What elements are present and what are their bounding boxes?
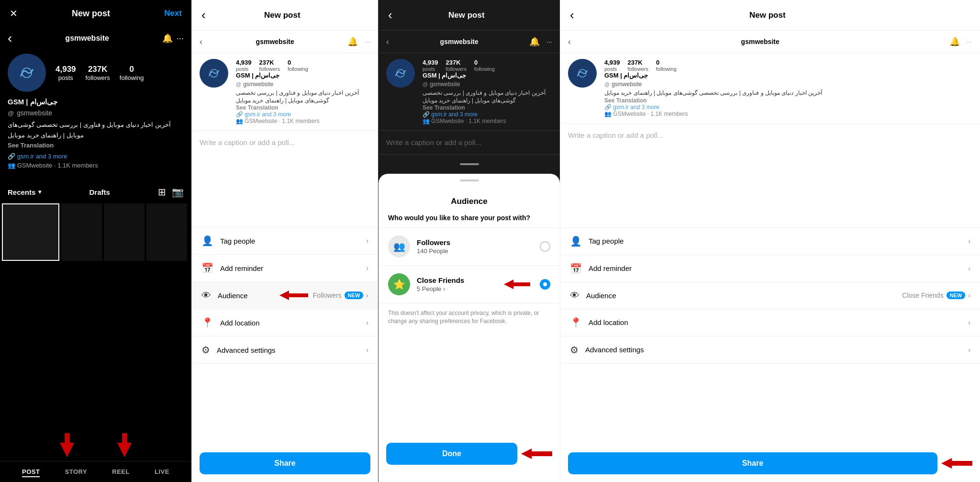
done-button-row: Done: [379, 443, 560, 472]
share-button-p2[interactable]: Share: [200, 452, 370, 474]
bell-icon-p4[interactable]: 🔔: [949, 36, 960, 47]
recents-dropdown[interactable]: Recents ▾: [8, 188, 41, 196]
audience-icon: 👁: [201, 290, 211, 301]
more-icon[interactable]: ···: [177, 34, 184, 44]
group-p1[interactable]: 👥 GSMwebsite · 1.1K members: [8, 162, 184, 169]
bell-icon-p2[interactable]: 🔔: [347, 36, 358, 47]
see-translation-p3[interactable]: See Translation: [423, 104, 552, 111]
svg-rect-3: [65, 433, 69, 445]
grid-icon[interactable]: ⊞: [158, 186, 166, 198]
chevron-reminder: ›: [366, 264, 368, 272]
close-friends-count: 5 People ›: [417, 285, 497, 292]
menu-add-reminder[interactable]: 📅 Add reminder ›: [192, 255, 378, 282]
menu-advanced[interactable]: ⚙ Advanced settings ›: [192, 336, 378, 364]
link-p4[interactable]: 🔗 gsm.ir and 3 more: [604, 104, 972, 111]
close-icon[interactable]: ✕: [10, 8, 18, 19]
panel-instagram-profile: ✕ New post Next ‹ gsmwebsite 🔔 ··· 4,939…: [0, 0, 191, 482]
gallery-thumb-2[interactable]: [104, 203, 145, 261]
followers-radio[interactable]: [540, 241, 550, 252]
close-friends-icon: ⭐: [388, 273, 410, 295]
more-icon-p2[interactable]: ···: [365, 38, 370, 45]
location-label: Add location: [220, 319, 260, 327]
gallery-thumb-3[interactable]: [146, 203, 187, 261]
tab-post[interactable]: POST: [22, 468, 40, 475]
displayname-p2: GSM | جی‌اس‌ام: [236, 72, 370, 79]
back-icon[interactable]: ‹: [8, 31, 12, 46]
link-p2[interactable]: 🔗 gsm.ir and 3 more: [236, 111, 370, 118]
caption-area-p3[interactable]: Write a caption or add a poll...: [379, 131, 560, 155]
panel3-profile-subheader: ‹ gsmwebsite 🔔 ···: [379, 31, 560, 53]
tab-reel[interactable]: REEL: [112, 468, 130, 475]
tag-people-icon-p4: 👤: [570, 235, 582, 247]
see-translation-p4[interactable]: See Translation: [604, 97, 972, 104]
panel2-header: ‹ New post: [192, 0, 378, 31]
audience-modal-title: Audience: [379, 189, 560, 214]
share-button-p4[interactable]: Share: [568, 452, 937, 474]
back-chevron-p4[interactable]: ‹: [568, 37, 571, 47]
profile-icons-p3: 🔔 ···: [529, 36, 552, 47]
audience-disclaimer: This doesn't affect your account privacy…: [379, 303, 560, 331]
back-icon-p3[interactable]: ‹: [388, 8, 392, 22]
panel-new-post-result: ‹ New post ‹ gsmwebsite 🔔 ···: [560, 0, 980, 482]
bell-icon-p3[interactable]: 🔔: [529, 36, 540, 47]
followers-icon: 👥: [388, 235, 410, 258]
back-chevron-p2[interactable]: ‹: [200, 37, 202, 47]
back-chevron-p3[interactable]: ‹: [386, 37, 389, 47]
audience-question: Who would you like to share your post wi…: [379, 214, 560, 228]
handle-p4: @ gsmwebsite: [604, 81, 972, 88]
menu-advanced-p4[interactable]: ⚙ Advanced settings ›: [560, 336, 980, 364]
location-icon-p4: 📍: [570, 317, 582, 328]
profile-username-p4: gsmwebsite: [741, 38, 780, 45]
group-p4[interactable]: 👥 GSMwebsite · 1.1K members: [604, 111, 972, 117]
menu-audience-p4[interactable]: 👁 Audience Close Friends NEW ›: [560, 282, 980, 309]
settings-icon-p4: ⚙: [570, 344, 579, 356]
group-p2[interactable]: 👥 GSMwebsite · 1.1K members: [236, 118, 370, 124]
back-icon-p2[interactable]: ‹: [201, 8, 206, 22]
handle-row-p1: @ gsmwebsite: [8, 109, 184, 117]
panel3-header: ‹ New post: [379, 0, 560, 31]
tag-people-icon: 👤: [201, 235, 213, 247]
done-button[interactable]: Done: [386, 443, 517, 465]
gallery-thumb-1[interactable]: [61, 203, 102, 261]
close-friends-option[interactable]: ⭐ Close Friends 5 People ›: [379, 266, 560, 303]
caption-area-p4[interactable]: Write a caption or add a poll...: [560, 123, 980, 228]
link-p3[interactable]: 🔗 gsm.ir and 3 more: [423, 111, 552, 118]
group-p3[interactable]: 👥 GSMwebsite · 1.1K members: [423, 118, 552, 124]
profile-stats-p3: 4,939 posts 237K followers 0 following: [423, 59, 552, 72]
followers-option[interactable]: 👥 Followers 140 People: [379, 228, 560, 266]
close-friends-name: Close Friends: [417, 276, 497, 284]
tab-live[interactable]: LIVE: [155, 468, 169, 475]
caption-area-p2[interactable]: Write a caption or add a poll...: [192, 131, 378, 227]
menu-tag-people[interactable]: 👤 Tag people ›: [192, 227, 378, 255]
menu-section-p2: 👤 Tag people › 📅 Add reminder ›: [192, 227, 378, 364]
more-icon-p4[interactable]: ···: [967, 38, 972, 45]
see-translation-p2[interactable]: See Translation: [236, 104, 370, 111]
menu-add-reminder-p4[interactable]: 📅 Add reminder ›: [560, 255, 980, 282]
svg-marker-15: [941, 458, 972, 469]
close-friends-radio[interactable]: [540, 279, 550, 290]
drafts-label[interactable]: Drafts: [89, 188, 110, 196]
bell-icon[interactable]: 🔔: [162, 33, 173, 44]
menu-add-location[interactable]: 📍 Add location ›: [192, 309, 378, 336]
chevron-reminder-p4: ›: [968, 265, 970, 272]
followers-name: Followers: [417, 238, 533, 247]
chevron-audience: ›: [366, 291, 368, 299]
menu-add-location-p4[interactable]: 📍 Add location ›: [560, 309, 980, 336]
next-button[interactable]: Next: [164, 9, 182, 18]
badge-new-p4: NEW: [947, 291, 966, 299]
back-icon-p4[interactable]: ‹: [570, 8, 574, 22]
camera-icon[interactable]: 📷: [172, 186, 184, 198]
followers-details: Followers 140 People: [417, 238, 533, 255]
chevron-advanced-p4: ›: [968, 346, 970, 354]
menu-tag-people-p4[interactable]: 👤 Tag people ›: [560, 228, 980, 255]
link-p1[interactable]: 🔗 gsm.ir and 3 more: [8, 153, 184, 160]
menu-audience[interactable]: 👁 Audience Followers NEW ›: [192, 282, 378, 309]
gallery-thumb-selected[interactable]: [2, 203, 59, 261]
tab-story[interactable]: STORY: [65, 468, 88, 475]
see-translation-p1[interactable]: See Translation: [8, 142, 184, 149]
more-icon-p3[interactable]: ···: [546, 38, 552, 45]
avatar-p3: [386, 59, 415, 88]
chevron-audience-p4: ›: [968, 291, 970, 299]
profile-stats-p2: 4,939 posts 237K followers 0 following: [236, 59, 370, 72]
svg-rect-5: [122, 433, 127, 445]
